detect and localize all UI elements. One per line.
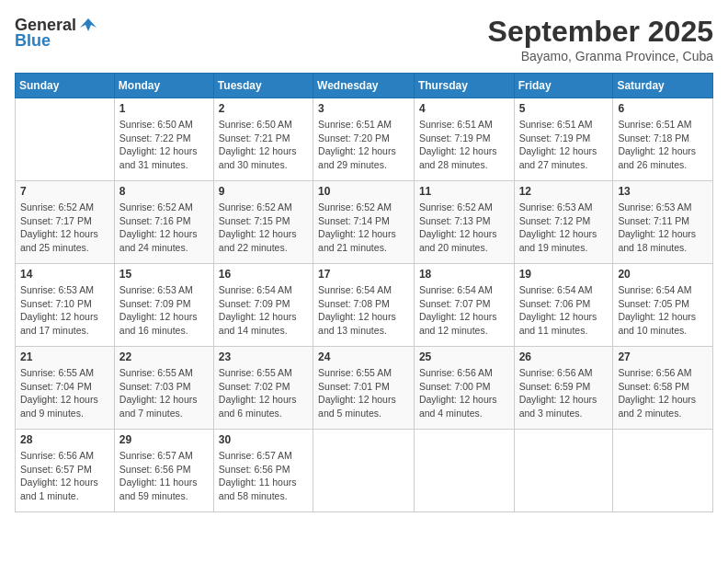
weekday-header-thursday: Thursday [414,74,514,98]
day-number: 17 [318,268,409,281]
day-info: Sunrise: 6:55 AM Sunset: 7:04 PM Dayligh… [20,366,109,420]
day-info: Sunrise: 6:54 AM Sunset: 7:08 PM Dayligh… [318,283,409,338]
day-info: Sunrise: 6:51 AM Sunset: 7:20 PM Dayligh… [318,118,409,172]
day-number: 5 [519,102,609,115]
day-info: Sunrise: 6:54 AM Sunset: 7:06 PM Dayligh… [519,283,609,338]
day-number: 1 [119,102,209,115]
day-number: 28 [20,433,109,446]
day-number: 26 [519,350,609,363]
calendar-cell: 22Sunrise: 6:55 AM Sunset: 7:03 PM Dayli… [114,347,213,430]
day-number: 15 [119,268,209,281]
day-info: Sunrise: 6:52 AM Sunset: 7:17 PM Dayligh… [20,201,109,255]
calendar-cell: 6Sunrise: 6:51 AM Sunset: 7:18 PM Daylig… [613,98,713,181]
calendar-cell: 24Sunrise: 6:55 AM Sunset: 7:01 PM Dayli… [313,347,415,430]
day-info: Sunrise: 6:55 AM Sunset: 7:03 PM Dayligh… [119,366,209,420]
location-subtitle: Bayamo, Granma Province, Cuba [488,49,713,63]
day-info: Sunrise: 6:54 AM Sunset: 7:05 PM Dayligh… [618,283,708,338]
day-info: Sunrise: 6:53 AM Sunset: 7:10 PM Dayligh… [20,283,109,338]
week-row-5: 28Sunrise: 6:56 AM Sunset: 6:57 PM Dayli… [16,430,713,512]
calendar-cell: 13Sunrise: 6:53 AM Sunset: 7:11 PM Dayli… [613,181,713,264]
day-info: Sunrise: 6:52 AM Sunset: 7:15 PM Dayligh… [219,201,308,255]
day-number: 6 [618,102,708,115]
calendar-cell: 27Sunrise: 6:56 AM Sunset: 6:58 PM Dayli… [613,347,713,430]
calendar-cell: 12Sunrise: 6:53 AM Sunset: 7:12 PM Dayli… [514,181,613,264]
header: General Blue September 2025 Bayamo, Gran… [15,15,713,63]
day-number: 21 [20,350,109,363]
calendar-cell: 19Sunrise: 6:54 AM Sunset: 7:06 PM Dayli… [514,264,613,347]
day-info: Sunrise: 6:53 AM Sunset: 7:09 PM Dayligh… [119,283,209,338]
calendar-cell: 26Sunrise: 6:56 AM Sunset: 6:59 PM Dayli… [514,347,613,430]
weekday-header-monday: Monday [114,74,213,98]
day-info: Sunrise: 6:52 AM Sunset: 7:14 PM Dayligh… [318,201,409,255]
day-number: 12 [519,185,609,198]
day-number: 2 [219,102,308,115]
weekday-header-wednesday: Wednesday [313,74,415,98]
weekday-header-row: SundayMondayTuesdayWednesdayThursdayFrid… [16,74,713,98]
calendar-cell [16,98,115,181]
month-title: September 2025 [488,15,713,49]
day-number: 25 [419,350,509,363]
calendar-cell: 20Sunrise: 6:54 AM Sunset: 7:05 PM Dayli… [613,264,713,347]
day-number: 20 [618,268,708,281]
day-info: Sunrise: 6:54 AM Sunset: 7:07 PM Dayligh… [419,283,509,338]
day-info: Sunrise: 6:51 AM Sunset: 7:19 PM Dayligh… [519,118,609,172]
day-number: 27 [618,350,708,363]
day-info: Sunrise: 6:56 AM Sunset: 6:57 PM Dayligh… [20,449,109,503]
calendar-cell: 7Sunrise: 6:52 AM Sunset: 7:17 PM Daylig… [16,181,115,264]
calendar-cell: 17Sunrise: 6:54 AM Sunset: 7:08 PM Dayli… [313,264,415,347]
day-number: 14 [20,268,109,281]
calendar-cell: 15Sunrise: 6:53 AM Sunset: 7:09 PM Dayli… [114,264,213,347]
day-number: 13 [618,185,708,198]
calendar-cell: 30Sunrise: 6:57 AM Sunset: 6:56 PM Dayli… [213,430,313,512]
day-info: Sunrise: 6:55 AM Sunset: 7:01 PM Dayligh… [318,366,409,420]
logo-blue-text: Blue [15,31,51,51]
calendar-cell: 2Sunrise: 6:50 AM Sunset: 7:21 PM Daylig… [213,98,313,181]
day-info: Sunrise: 6:54 AM Sunset: 7:09 PM Dayligh… [219,283,308,338]
logo: General Blue [15,15,98,51]
calendar-cell: 23Sunrise: 6:55 AM Sunset: 7:02 PM Dayli… [213,347,313,430]
day-number: 4 [419,102,509,115]
calendar-cell: 5Sunrise: 6:51 AM Sunset: 7:19 PM Daylig… [514,98,613,181]
day-info: Sunrise: 6:50 AM Sunset: 7:21 PM Dayligh… [219,118,308,172]
day-info: Sunrise: 6:51 AM Sunset: 7:19 PM Dayligh… [419,118,509,172]
calendar-cell [514,430,613,512]
day-number: 3 [318,102,409,115]
day-info: Sunrise: 6:51 AM Sunset: 7:18 PM Dayligh… [618,118,708,172]
day-info: Sunrise: 6:57 AM Sunset: 6:56 PM Dayligh… [119,449,209,503]
week-row-1: 1Sunrise: 6:50 AM Sunset: 7:22 PM Daylig… [16,98,713,181]
day-info: Sunrise: 6:56 AM Sunset: 6:58 PM Dayligh… [618,366,708,420]
weekday-header-friday: Friday [514,74,613,98]
day-number: 9 [219,185,308,198]
day-number: 11 [419,185,509,198]
day-number: 19 [519,268,609,281]
logo-bird-icon [78,15,98,35]
day-info: Sunrise: 6:55 AM Sunset: 7:02 PM Dayligh… [219,366,308,420]
day-number: 30 [219,433,308,446]
week-row-4: 21Sunrise: 6:55 AM Sunset: 7:04 PM Dayli… [16,347,713,430]
day-number: 29 [119,433,209,446]
day-info: Sunrise: 6:52 AM Sunset: 7:13 PM Dayligh… [419,201,509,255]
calendar-cell: 28Sunrise: 6:56 AM Sunset: 6:57 PM Dayli… [16,430,115,512]
day-info: Sunrise: 6:52 AM Sunset: 7:16 PM Dayligh… [119,201,209,255]
day-number: 24 [318,350,409,363]
day-info: Sunrise: 6:53 AM Sunset: 7:11 PM Dayligh… [618,201,708,255]
day-number: 16 [219,268,308,281]
calendar-cell: 16Sunrise: 6:54 AM Sunset: 7:09 PM Dayli… [213,264,313,347]
day-info: Sunrise: 6:56 AM Sunset: 7:00 PM Dayligh… [419,366,509,420]
calendar-cell: 11Sunrise: 6:52 AM Sunset: 7:13 PM Dayli… [414,181,514,264]
day-number: 10 [318,185,409,198]
calendar-cell: 10Sunrise: 6:52 AM Sunset: 7:14 PM Dayli… [313,181,415,264]
weekday-header-sunday: Sunday [16,74,115,98]
calendar-cell: 3Sunrise: 6:51 AM Sunset: 7:20 PM Daylig… [313,98,415,181]
day-info: Sunrise: 6:57 AM Sunset: 6:56 PM Dayligh… [219,449,308,503]
calendar-cell: 8Sunrise: 6:52 AM Sunset: 7:16 PM Daylig… [114,181,213,264]
weekday-header-saturday: Saturday [613,74,713,98]
calendar-cell [313,430,415,512]
calendar-cell: 4Sunrise: 6:51 AM Sunset: 7:19 PM Daylig… [414,98,514,181]
calendar-cell: 9Sunrise: 6:52 AM Sunset: 7:15 PM Daylig… [213,181,313,264]
calendar-cell: 29Sunrise: 6:57 AM Sunset: 6:56 PM Dayli… [114,430,213,512]
calendar-cell [613,430,713,512]
calendar-cell: 1Sunrise: 6:50 AM Sunset: 7:22 PM Daylig… [114,98,213,181]
calendar-cell: 25Sunrise: 6:56 AM Sunset: 7:00 PM Dayli… [414,347,514,430]
calendar-table: SundayMondayTuesdayWednesdayThursdayFrid… [15,73,713,512]
